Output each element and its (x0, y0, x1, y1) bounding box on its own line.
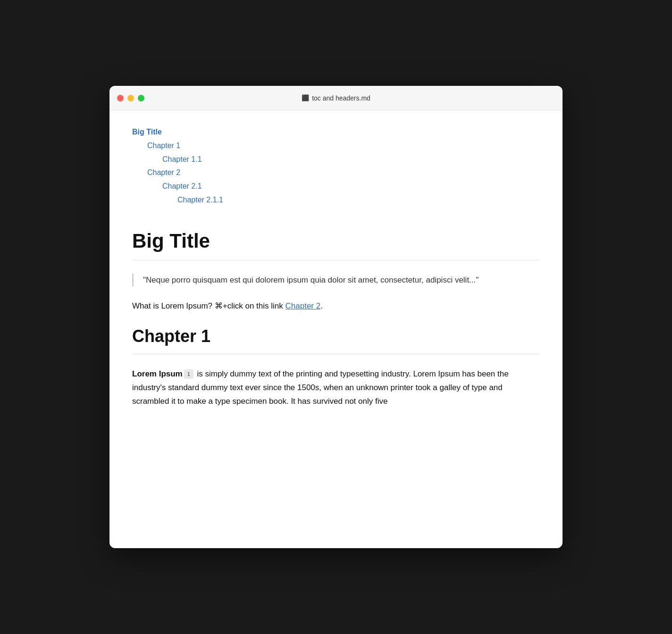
lorem-ipsum-bold: Lorem Ipsum (132, 369, 183, 378)
toc-item-chapter1-1: Chapter 1.1 (132, 153, 540, 167)
window-title: toc and headers.md (312, 94, 370, 102)
table-of-contents: Big Title Chapter 1 Chapter 1.1 Chapter … (132, 125, 540, 207)
toc-link-chapter2-1[interactable]: Chapter 2.1 (162, 182, 202, 190)
titlebar: ⬛ toc and headers.md (109, 86, 563, 110)
toc-link-chapter1-1[interactable]: Chapter 1.1 (162, 155, 202, 163)
toc-item-chapter2-1: Chapter 2.1 (132, 180, 540, 193)
paragraph-prefix: What is Lorem Ipsum? ⌘+click on this lin… (132, 301, 286, 310)
toc-link-big-title[interactable]: Big Title (132, 128, 162, 136)
chapter1-body-paragraph: Lorem Ipsum1 is simply dummy text of the… (132, 367, 540, 409)
window-title-area: ⬛ toc and headers.md (302, 94, 370, 102)
close-button[interactable] (117, 95, 124, 101)
toc-link-chapter2[interactable]: Chapter 2 (147, 168, 180, 176)
toc-item-chapter2: Chapter 2 (132, 166, 540, 180)
chapter2-link[interactable]: Chapter 2 (286, 301, 321, 310)
big-title-heading: Big Title (132, 230, 540, 252)
content-area: Big Title Chapter 1 Chapter 1.1 Chapter … (109, 110, 563, 548)
traffic-lights (117, 95, 144, 101)
toc-item-big-title: Big Title (132, 125, 540, 139)
lorem-paragraph: What is Lorem Ipsum? ⌘+click on this lin… (132, 300, 540, 313)
toc-link-chapter1[interactable]: Chapter 1 (147, 142, 180, 150)
paragraph-suffix: . (320, 301, 323, 310)
minimize-button[interactable] (127, 95, 134, 101)
blockquote-text: "Neque porro quisquam est qui dolorem ip… (143, 274, 540, 286)
toc-item-chapter2-1-1: Chapter 2.1.1 (132, 193, 540, 207)
maximize-button[interactable] (138, 95, 144, 101)
footnote-badge-1[interactable]: 1 (184, 369, 193, 379)
window: ⬛ toc and headers.md Big Title Chapter 1… (109, 86, 563, 548)
chapter1-heading: Chapter 1 (132, 326, 540, 346)
toc-link-chapter2-1-1[interactable]: Chapter 2.1.1 (177, 196, 223, 204)
file-icon: ⬛ (302, 94, 309, 101)
blockquote: "Neque porro quisquam est qui dolorem ip… (132, 274, 540, 286)
divider-2 (132, 354, 540, 354)
divider-1 (132, 260, 540, 260)
toc-item-chapter1: Chapter 1 (132, 139, 540, 153)
